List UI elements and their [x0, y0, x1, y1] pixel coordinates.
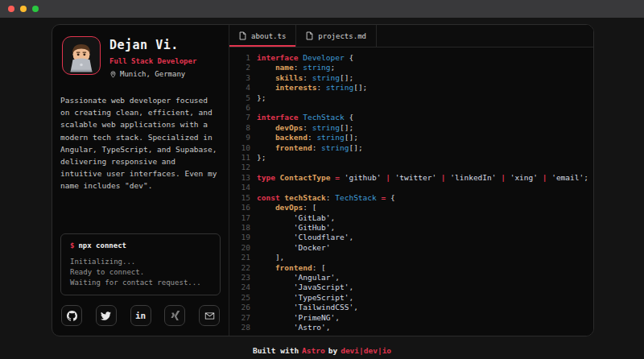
code-line: 5}; — [236, 93, 587, 103]
code-token-kw: | — [497, 173, 510, 183]
line-number: 18 — [236, 223, 250, 233]
code-token-prop: frontend — [275, 143, 312, 153]
astro-link[interactable]: Astro — [302, 346, 325, 355]
terminal-command-line: $npx connect — [70, 241, 211, 250]
code-token-type: TechStack — [335, 193, 376, 203]
terminal-prompt: $ — [70, 241, 74, 250]
code-token-pun — [257, 283, 294, 292]
code-token-kw: | — [381, 173, 394, 183]
code-token-pun: }; — [257, 153, 266, 163]
profile-role: Full Stack Developer — [109, 57, 196, 65]
code-token-pun: ; — [331, 63, 336, 72]
code-token-pun — [257, 73, 275, 83]
code-token-pun — [257, 143, 275, 153]
location-label: Munich, Germany — [120, 70, 185, 78]
line-number: 5 — [236, 93, 250, 103]
code-token-type: TechStack — [303, 113, 344, 122]
line-number: 8 — [236, 123, 250, 133]
code-token-type: string — [312, 73, 340, 83]
line-number: 21 — [236, 253, 250, 262]
code-token-prop: backend — [275, 133, 308, 142]
code-token-pun: []; — [349, 143, 362, 153]
code-line: 9 backend: string[]; — [236, 133, 587, 142]
twitter-button[interactable] — [96, 305, 117, 326]
code-token-pun: , — [349, 233, 353, 242]
code-token-kw: const — [257, 193, 284, 203]
code-token-pun: { — [345, 113, 353, 122]
code-token-str: 'PrimeNG' — [294, 313, 335, 323]
xing-button[interactable] — [164, 305, 185, 326]
minimize-window-button[interactable] — [20, 6, 27, 12]
code-token-pun: : — [326, 193, 335, 203]
email-button[interactable] — [199, 305, 220, 326]
code-token-pun: : [ — [312, 263, 326, 273]
code-token-pun — [257, 273, 294, 283]
code-line: 10 frontend: string[]; — [236, 143, 587, 153]
memoji-avatar-icon — [63, 37, 100, 74]
code-line: 12 — [236, 163, 587, 172]
code-token-kw: interface — [257, 113, 303, 122]
code-token-type: string — [316, 133, 344, 142]
code-token-pun: }; — [257, 93, 266, 103]
line-number: 1 — [236, 53, 250, 63]
github-button[interactable] — [61, 305, 82, 326]
email-icon — [204, 311, 215, 321]
avatar — [62, 36, 101, 75]
code-token-str: 'github' — [345, 173, 382, 183]
code-token-str: 'TailwindCSS' — [294, 303, 353, 312]
code-line: 18 'GitHub', — [236, 223, 587, 233]
line-number: 19 — [236, 233, 250, 242]
portfolio-card: Dejan Vi. Full Stack Developer Munich, G… — [52, 24, 594, 336]
code-token-str: 'linkedIn' — [450, 173, 496, 183]
code-token-pun: , — [335, 273, 340, 283]
code-token-str: 'email' — [551, 173, 584, 183]
site-link[interactable]: devi|dev|io — [341, 346, 391, 355]
code-token-pun — [257, 223, 294, 233]
zoom-window-button[interactable] — [32, 6, 39, 12]
code-token-pun — [257, 63, 275, 72]
line-number: 15 — [236, 193, 250, 203]
code-editor: about.ts projects.md 1interface Develope… — [229, 25, 593, 336]
terminal-output-line: Initializing... — [70, 257, 211, 267]
code-token-pun — [257, 323, 294, 332]
code-area[interactable]: 1interface Developer {2 name: string;3 s… — [229, 47, 593, 336]
code-token-kw: = — [377, 193, 390, 203]
code-token-pun: , — [331, 223, 336, 233]
code-line: 1interface Developer { — [236, 53, 587, 63]
line-number: 10 — [236, 143, 250, 153]
code-token-prop: ContactType — [280, 173, 331, 183]
terminal-output-line: Ready to connect. — [70, 267, 211, 278]
profile-text-block: Dejan Vi. Full Stack Developer Munich, G… — [109, 36, 196, 78]
tab-projects-md[interactable]: projects.md — [296, 25, 377, 47]
code-token-pun: , — [331, 213, 336, 223]
terminal-panel: $npx connect Initializing... Ready to co… — [60, 233, 221, 295]
tab-about-ts[interactable]: about.ts — [229, 25, 296, 47]
code-token-pun — [257, 83, 275, 93]
code-line: 26 'TailwindCSS', — [236, 303, 587, 312]
terminal-command: npx connect — [78, 241, 126, 250]
line-number: 6 — [236, 103, 250, 113]
code-token-pun: , — [335, 313, 340, 323]
file-icon — [239, 31, 246, 40]
line-number: 3 — [236, 73, 250, 83]
code-token-pun: , — [349, 293, 353, 303]
code-line: 2 name: string; — [236, 63, 587, 72]
twitter-icon — [101, 311, 111, 321]
code-token-str: 'Astro' — [294, 323, 326, 332]
code-token-prop: name — [275, 63, 294, 72]
page-footer: Built withAstrobydevi|dev|io — [0, 346, 644, 355]
profile-header: Dejan Vi. Full Stack Developer Munich, G… — [62, 36, 221, 78]
code-token-pun: : [ — [303, 203, 316, 213]
code-token-pun: ], — [257, 253, 284, 262]
line-number: 24 — [236, 283, 250, 292]
line-number: 4 — [236, 83, 250, 93]
code-token-pun — [257, 233, 294, 242]
code-token-pun: []; — [353, 83, 367, 93]
close-window-button[interactable] — [8, 6, 14, 12]
code-token-pun: { — [345, 53, 353, 63]
code-token-pun: : — [316, 83, 325, 93]
profile-bio: Passionate web developer focused on crea… — [60, 94, 221, 192]
code-line: 28 'Astro', — [236, 323, 587, 332]
linkedin-button[interactable]: in — [130, 305, 151, 326]
code-token-str: 'Angular' — [294, 273, 335, 283]
